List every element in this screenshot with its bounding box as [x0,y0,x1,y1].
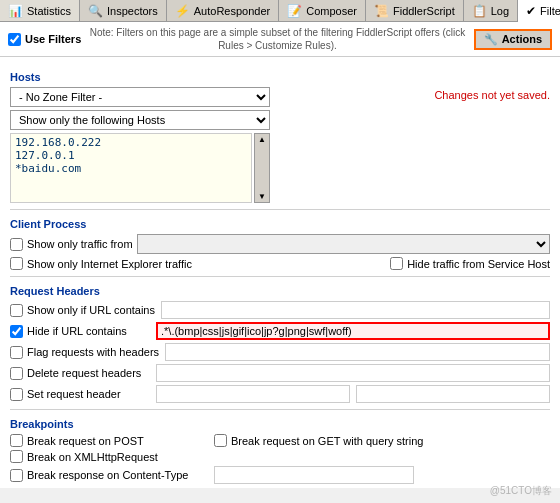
hide-url-checkbox[interactable] [10,325,23,338]
show-only-ie-label[interactable]: Show only Internet Explorer traffic [10,257,192,270]
toolbar-note: Note: Filters on this page are a simple … [89,26,465,52]
use-filters-label[interactable]: Use Filters [8,33,81,46]
tab-filters[interactable]: ✔ Filters [518,0,560,22]
cp-row-1: Show only traffic from [10,234,550,254]
filters-icon: ✔ [526,4,536,18]
bp-row-3: Break response on Content-Type [10,466,550,484]
composer-icon: 📝 [287,4,302,18]
hosts-textarea[interactable]: 192.168.0.222 127.0.0.1 *baidu.com [10,133,252,203]
request-headers-header: Request Headers [10,285,550,297]
show-only-ie-checkbox[interactable] [10,257,23,270]
break-request-get-checkbox[interactable] [214,434,227,447]
break-request-post-checkbox[interactable] [10,434,23,447]
hosts-row: - No Zone Filter - Zone Filter 1 Zone Fi… [10,87,550,203]
rh-label-1: Show only if URL contains [10,304,155,317]
traffic-from-select[interactable] [137,234,550,254]
request-headers-section: Request Headers Show only if URL contain… [10,285,550,403]
hide-url-input[interactable] [156,322,550,340]
tab-statistics[interactable]: 📊 Statistics [0,0,80,21]
tab-log[interactable]: 📋 Log [464,0,518,21]
hosts-dropdowns: - No Zone Filter - Zone Filter 1 Zone Fi… [10,87,270,203]
break-content-type-input[interactable] [214,466,414,484]
flag-requests-input[interactable] [165,343,550,361]
cp-row-2: Show only Internet Explorer traffic Hide… [10,257,550,270]
bp-xmlhttp-label[interactable]: Break on XMLHttpRequest [10,450,210,463]
fiddlerscript-icon: 📜 [374,4,389,18]
tab-autoresponder[interactable]: ⚡ AutoResponder [167,0,279,21]
break-content-type-checkbox[interactable] [10,469,23,482]
delete-request-headers-checkbox[interactable] [10,367,23,380]
rh-row-1: Show only if URL contains [10,301,550,319]
statistics-icon: 📊 [8,4,23,18]
flag-requests-checkbox[interactable] [10,346,23,359]
rh-label-2: Hide if URL contains [10,325,150,338]
show-traffic-from-label[interactable]: Show only traffic from [10,238,133,251]
zone-filter-select[interactable]: - No Zone Filter - Zone Filter 1 Zone Fi… [10,87,270,107]
rh-label-3: Flag requests with headers [10,346,159,359]
set-request-header-value-input[interactable] [356,385,550,403]
tab-bar: 📊 Statistics 🔍 Inspectors ⚡ AutoResponde… [0,0,560,22]
rh-label-5: Set request header [10,388,150,401]
tab-fiddlerscript[interactable]: 📜 FiddlerScript [366,0,464,21]
use-filters-checkbox[interactable] [8,33,21,46]
tab-composer[interactable]: 📝 Composer [279,0,366,21]
hide-traffic-service-host-checkbox[interactable] [390,257,403,270]
main-content: Hosts - No Zone Filter - Zone Filter 1 Z… [0,57,560,488]
hosts-right: Changes not yet saved. [278,87,550,101]
delete-request-headers-input[interactable] [156,364,550,382]
toolbar: Use Filters Note: Filters on this page a… [0,22,560,57]
host-filter-select[interactable]: Show only the following Hosts Hide the f… [10,110,270,130]
scroll-down-arrow[interactable]: ▼ [257,191,267,202]
log-icon: 📋 [472,4,487,18]
hosts-textarea-container: 192.168.0.222 127.0.0.1 *baidu.com ▲ ▼ [10,133,270,203]
bp-get-label[interactable]: Break request on GET with query string [214,434,423,447]
bp-post-label[interactable]: Break request on POST [10,434,210,447]
set-request-header-checkbox[interactable] [10,388,23,401]
bp-content-type-label[interactable]: Break response on Content-Type [10,469,210,482]
client-process-header: Client Process [10,218,550,230]
tab-inspectors[interactable]: 🔍 Inspectors [80,0,167,21]
rh-row-5: Set request header [10,385,550,403]
rh-row-2: Hide if URL contains [10,322,550,340]
hosts-section-header: Hosts [10,71,550,83]
set-request-header-name-input[interactable] [156,385,350,403]
watermark: @51CTO博客 [490,484,552,498]
break-xmlhttp-checkbox[interactable] [10,450,23,463]
show-only-url-checkbox[interactable] [10,304,23,317]
rh-row-4: Delete request headers [10,364,550,382]
breakpoints-header: Breakpoints [10,418,550,430]
scroll-up-arrow[interactable]: ▲ [257,134,267,145]
breakpoints-section: Breakpoints Break request on POST Break … [10,418,550,484]
show-traffic-from-checkbox[interactable] [10,238,23,251]
actions-icon: 🔧 [484,33,498,46]
autoresponder-icon: ⚡ [175,4,190,18]
inspectors-icon: 🔍 [88,4,103,18]
hide-traffic-service-host-label[interactable]: Hide traffic from Service Host [390,257,550,270]
changes-not-saved: Changes not yet saved. [434,89,550,101]
hosts-scrollbar[interactable]: ▲ ▼ [254,133,270,203]
show-only-url-input[interactable] [161,301,550,319]
client-process-section: Client Process Show only traffic from Sh… [10,218,550,270]
rh-row-3: Flag requests with headers [10,343,550,361]
rh-label-4: Delete request headers [10,367,150,380]
hosts-section: Hosts - No Zone Filter - Zone Filter 1 Z… [10,71,550,203]
bp-row-1: Break request on POST Break request on G… [10,434,550,447]
actions-button[interactable]: 🔧 Actions [474,29,552,50]
bp-row-2: Break on XMLHttpRequest [10,450,550,463]
